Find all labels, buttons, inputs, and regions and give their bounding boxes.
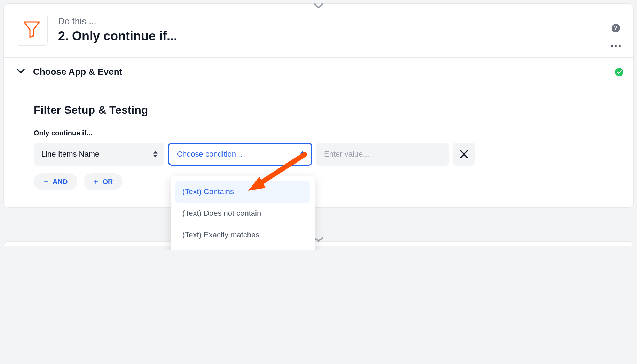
condition-dropdown[interactable]: Choose condition... [168, 143, 312, 166]
close-icon [459, 150, 469, 159]
connector-arrow-bottom [314, 237, 323, 243]
add-and-button[interactable]: + AND [34, 173, 77, 190]
condition-row: Line Items Name Choose condition... Ente… [34, 143, 603, 166]
dropdown-option-not-exactly-match[interactable]: (Text) Does not exactly match [175, 246, 310, 250]
condition-placeholder: Choose condition... [177, 150, 242, 159]
check-success-icon [615, 68, 623, 76]
more-options-button[interactable] [611, 45, 621, 47]
select-arrows-icon [300, 151, 305, 158]
dropdown-option-exactly-matches[interactable]: (Text) Exactly matches [175, 224, 310, 246]
connector-arrow-top [314, 3, 323, 10]
filter-icon [22, 20, 41, 39]
field-dropdown[interactable]: Line Items Name [34, 143, 164, 166]
value-placeholder: Enter value... [324, 150, 369, 159]
filter-setup-section: Filter Setup & Testing Only continue if.… [4, 86, 633, 207]
section-title: Choose App & Event [33, 66, 122, 77]
filter-step-card: Do this ... 2. Only continue if... ? Cho… [3, 3, 634, 208]
or-label: OR [102, 178, 113, 186]
plus-icon: + [93, 177, 98, 187]
remove-condition-button[interactable] [453, 143, 475, 166]
logic-buttons: + AND + OR [34, 173, 603, 190]
help-icon[interactable]: ? [612, 24, 620, 32]
step-subtitle: Do this ... [58, 16, 177, 27]
continue-label: Only continue if... [34, 129, 603, 137]
step-title: 2. Only continue if... [58, 29, 177, 43]
step-header: Do this ... 2. Only continue if... ? [4, 4, 633, 57]
dropdown-option-not-contain[interactable]: (Text) Does not contain [175, 203, 310, 224]
app-icon-container [16, 14, 48, 46]
field-value: Line Items Name [41, 150, 99, 159]
and-label: AND [53, 178, 68, 186]
plus-icon: + [44, 177, 48, 187]
dropdown-option-contains[interactable]: (Text) Contains [175, 181, 310, 203]
chevron-down-icon [17, 69, 25, 75]
choose-app-event-section[interactable]: Choose App & Event [4, 57, 633, 86]
condition-dropdown-menu: (Text) Contains (Text) Does not contain … [171, 176, 315, 250]
value-input[interactable]: Enter value... [316, 143, 449, 166]
select-arrows-icon [153, 151, 158, 158]
add-or-button[interactable]: + OR [84, 173, 123, 190]
setup-title: Filter Setup & Testing [34, 104, 603, 117]
